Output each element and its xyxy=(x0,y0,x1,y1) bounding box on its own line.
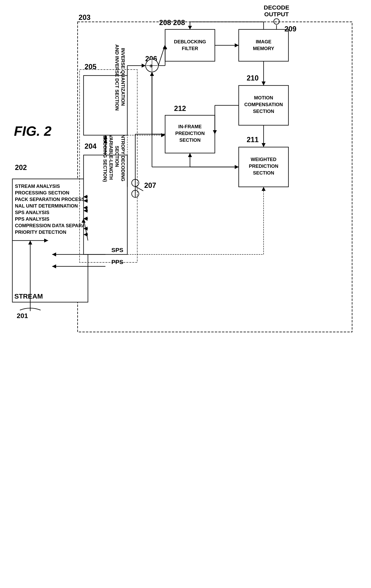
sum-plus: + xyxy=(149,62,153,69)
box-204 xyxy=(84,155,127,254)
arrowhead-entropy-low xyxy=(84,227,87,231)
box-img-mem-text1: IMAGE xyxy=(256,39,272,44)
arrowhead-motcomp xyxy=(262,82,266,85)
arrowhead-wgtpred-dashed xyxy=(262,187,266,191)
arrowhead-up-deblk xyxy=(163,45,167,49)
label-201: 201 xyxy=(17,312,28,319)
inner-dashed-box xyxy=(80,70,137,262)
label-207: 207 xyxy=(144,181,156,189)
label-206: 206 xyxy=(145,55,157,63)
label-208b: 208 xyxy=(159,19,171,27)
arrowhead-entropy-mid xyxy=(84,209,87,213)
box-210-text1: MOTION xyxy=(254,95,273,100)
ah-deblk-from-imgmem xyxy=(188,26,192,29)
arrow-sa-to-ed xyxy=(84,219,88,241)
box-205-text: INVERSE QUANTIZATION AND INVERSE DCT SEC… xyxy=(114,44,126,111)
label-210: 210 xyxy=(247,74,259,82)
pps-label: PPS xyxy=(111,259,123,265)
arrowhead-ed-h xyxy=(84,232,87,237)
box-202-line1: STREAM ANALYSIS xyxy=(15,183,60,189)
arrowhead-stream xyxy=(44,239,48,242)
box-208-text1: DEBLOCKING xyxy=(174,39,206,44)
label-212: 212 xyxy=(174,104,186,113)
box-210-text3: SECTION xyxy=(253,108,274,114)
arrowhead-stream-up xyxy=(28,241,32,244)
box-image-memory xyxy=(239,29,288,61)
box-208 xyxy=(165,29,215,61)
box-212-text1: IN-FRAME xyxy=(178,124,202,129)
arrowhead-inframe-ctrl xyxy=(161,133,165,137)
switch-207-line xyxy=(135,187,143,191)
box-212 xyxy=(165,115,215,153)
ah-sa-entr-2 xyxy=(83,206,87,210)
fig-label: FIG. 2 xyxy=(14,123,52,139)
ah-entr-invq xyxy=(103,139,108,143)
arrowhead-imgmem xyxy=(235,43,239,47)
box-212-text2: PREDICTION xyxy=(175,131,205,136)
arrowhead-to-deblk xyxy=(163,45,167,49)
box-208-text2: FILTER xyxy=(182,46,198,51)
ah-inframe-from-wgt xyxy=(188,153,192,157)
switch-207-circle1 xyxy=(132,179,139,187)
arrowhead-sps xyxy=(52,252,56,256)
box-202-line4: NAL UNIT DETERMINATION xyxy=(15,203,78,209)
arrowhead-entropy-top xyxy=(84,199,87,203)
ah-inframe-from-mot xyxy=(213,130,217,134)
box-202-line8: PRIORITY DETECTION xyxy=(15,229,66,235)
box-210-text2: COMPENSATION xyxy=(244,102,283,107)
box-202-line6: PPS ANALYSIS xyxy=(15,216,49,222)
box-img-mem-text2: MEMORY xyxy=(253,46,274,51)
label-204: 204 xyxy=(85,142,97,150)
arrowhead-data-flow xyxy=(84,217,87,221)
switch-207-circle2 xyxy=(132,190,139,197)
box-202-line7: COMPRESSION DATA SEPARATION xyxy=(15,223,96,228)
ah-sa-entr-1 xyxy=(83,195,87,199)
label-203: 203 xyxy=(79,13,90,21)
ah-sa-entr-3 xyxy=(83,217,87,221)
label-209: 209 xyxy=(284,25,296,33)
box-202 xyxy=(12,179,88,302)
box-202-line2: PROCESSING SECTION xyxy=(15,190,69,195)
stream-text: STREAM xyxy=(14,292,43,300)
diagram-svg: 203 202 STREAM ANALYSIS PROCESSING SECTI… xyxy=(0,0,371,588)
label-208: 208 xyxy=(173,19,185,27)
stream-source-curve xyxy=(20,308,41,310)
box-203-border xyxy=(77,22,352,332)
box-202-line5: SPS ANALYSIS xyxy=(15,210,49,215)
box-211-text2: PREDICTION xyxy=(249,163,278,169)
box-210 xyxy=(239,85,288,125)
arrowhead-pps xyxy=(52,264,56,268)
label-202: 202 xyxy=(15,163,27,172)
arrowhead-wgtpred-ctrl xyxy=(235,165,239,169)
sum-junction-206 xyxy=(146,59,158,72)
sps-label: SPS xyxy=(111,247,123,253)
box-211-text1: WEIGHTED xyxy=(251,157,276,162)
box-211 xyxy=(239,147,288,187)
arrowhead-invq xyxy=(103,135,108,139)
box-204-text: ENTROPY DECODING SECTION (VARIABLE-LENGT… xyxy=(102,131,126,183)
box-211-text3: SECTION xyxy=(253,170,274,176)
ah-sum-from-inframe xyxy=(150,72,154,76)
arrowhead-to-sum xyxy=(142,64,146,68)
arrow-sum-to-deblk xyxy=(158,45,165,66)
decode-output-text2: OUTPUT xyxy=(264,11,289,18)
arrowhead-sum-from-bottom xyxy=(150,72,154,76)
decode-output-text1: DECODE xyxy=(264,4,289,11)
box-205 xyxy=(84,75,127,135)
box-202-line3: PACK SEPARATION PROCESSING xyxy=(15,197,93,202)
label-205: 205 xyxy=(85,63,97,71)
arrowhead-wgtpred xyxy=(262,143,266,147)
output-terminal xyxy=(274,19,279,24)
box-212-text3: SECTION xyxy=(179,137,201,143)
label-211: 211 xyxy=(247,136,259,144)
arrowhead-ed xyxy=(82,219,86,223)
